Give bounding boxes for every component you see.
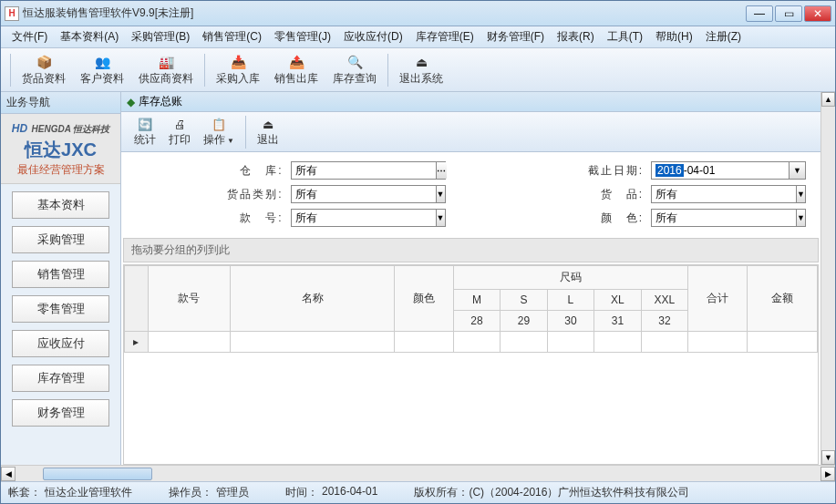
subtool-print[interactable]: 🖨打印 bbox=[163, 114, 196, 149]
scroll-up-icon[interactable]: ▲ bbox=[821, 92, 835, 107]
goods-input[interactable] bbox=[652, 186, 796, 202]
col-size-xl[interactable]: XL bbox=[594, 290, 642, 311]
col-size-xxl[interactable]: XXL bbox=[641, 290, 688, 311]
status-account-value: 恒达企业管理软件 bbox=[45, 485, 132, 500]
tab-title: 库存总账 bbox=[139, 94, 182, 109]
chevron-down-icon[interactable]: ▼ bbox=[796, 186, 805, 202]
menu-inventory[interactable]: 库存管理(E) bbox=[410, 27, 480, 46]
sidebar-item-purchase[interactable]: 采购管理 bbox=[12, 226, 109, 253]
scroll-right-icon[interactable]: ▶ bbox=[821, 467, 835, 481]
color-combo[interactable]: ▼ bbox=[651, 209, 806, 227]
scroll-left-icon[interactable]: ◀ bbox=[1, 467, 15, 481]
color-label: 颜 色: bbox=[497, 211, 645, 226]
chevron-down-icon[interactable]: ▼ bbox=[436, 186, 445, 202]
close-button[interactable]: ✕ bbox=[804, 5, 831, 22]
color-input[interactable] bbox=[652, 210, 796, 226]
col-size-31[interactable]: 31 bbox=[594, 311, 642, 332]
vertical-scrollbar[interactable]: ▲ ▼ bbox=[821, 92, 835, 465]
chevron-down-icon[interactable]: ▼ bbox=[436, 210, 445, 226]
sidebar-item-finance[interactable]: 财务管理 bbox=[12, 399, 109, 427]
minimize-button[interactable]: ― bbox=[746, 5, 773, 22]
chevron-down-icon[interactable]: ▼ bbox=[789, 162, 805, 179]
status-operator-value: 管理员 bbox=[216, 485, 249, 500]
cutoff-combo[interactable]: 2016-04-01▼ bbox=[651, 161, 806, 180]
menu-sales[interactable]: 销售管理(C) bbox=[197, 27, 267, 46]
menu-register[interactable]: 注册(Z) bbox=[700, 27, 747, 46]
col-size-s[interactable]: S bbox=[501, 290, 548, 311]
refresh-icon: 🔄 bbox=[137, 116, 153, 132]
status-time-value: 2016-04-01 bbox=[322, 485, 377, 500]
warehouse-label: 仓 库: bbox=[136, 163, 284, 179]
menu-file[interactable]: 文件(F) bbox=[6, 27, 53, 46]
status-time-label: 时间： bbox=[285, 485, 318, 500]
menu-finance[interactable]: 财务管理(F) bbox=[481, 27, 550, 46]
ellipsis-icon[interactable]: ⋯ bbox=[436, 162, 447, 179]
toolbar-purchase-in[interactable]: 📥采购入库 bbox=[209, 51, 267, 88]
col-size-32[interactable]: 32 bbox=[641, 311, 688, 332]
clipboard-icon: 📋 bbox=[211, 116, 227, 132]
col-size-m[interactable]: M bbox=[453, 290, 501, 311]
status-account-label: 帐套： bbox=[8, 485, 41, 500]
col-size-29[interactable]: 29 bbox=[501, 311, 548, 332]
category-combo[interactable]: ▼ bbox=[291, 185, 446, 203]
outbox-icon: 📤 bbox=[287, 53, 305, 71]
col-name[interactable]: 名称 bbox=[230, 266, 394, 332]
box-icon: 📦 bbox=[35, 53, 53, 71]
status-operator-label: 操作员： bbox=[169, 485, 212, 500]
menu-ar-ap[interactable]: 应收应付(D) bbox=[338, 27, 408, 46]
ledger-icon: ◆ bbox=[127, 96, 135, 108]
main-toolbar: 📦货品资料 👥客户资料 🏭供应商资料 📥采购入库 📤销售出库 🔍库存查询 ⏏退出… bbox=[1, 48, 835, 92]
factory-icon: 🏭 bbox=[157, 53, 175, 71]
menu-help[interactable]: 帮助(H) bbox=[650, 27, 698, 46]
warehouse-input[interactable] bbox=[292, 162, 436, 179]
toolbar-sales-out[interactable]: 📤销售出库 bbox=[267, 51, 325, 88]
col-size-l[interactable]: L bbox=[547, 290, 594, 311]
menu-tools[interactable]: 工具(T) bbox=[602, 27, 648, 46]
col-size-30[interactable]: 30 bbox=[547, 311, 594, 332]
menu-basic[interactable]: 基本资料(A) bbox=[55, 27, 124, 46]
goods-combo[interactable]: ▼ bbox=[651, 185, 806, 203]
col-color[interactable]: 颜色 bbox=[395, 266, 453, 332]
sidebar-item-arap[interactable]: 应收应付 bbox=[12, 330, 109, 357]
menu-purchase[interactable]: 采购管理(B) bbox=[126, 27, 195, 46]
col-style[interactable]: 款号 bbox=[148, 266, 230, 332]
scroll-down-icon[interactable]: ▼ bbox=[821, 450, 835, 465]
style-combo[interactable]: ▼ bbox=[291, 209, 446, 227]
scroll-thumb[interactable] bbox=[43, 468, 152, 480]
col-amount[interactable]: 金额 bbox=[747, 266, 817, 332]
menu-retail[interactable]: 零售管理(J) bbox=[269, 27, 336, 46]
window-title: 恒达服装销售管理软件V9.9[未注册] bbox=[23, 5, 746, 21]
menu-bar: 文件(F) 基本资料(A) 采购管理(B) 销售管理(C) 零售管理(J) 应收… bbox=[1, 26, 835, 48]
toolbar-stock-query[interactable]: 🔍库存查询 bbox=[325, 51, 384, 88]
data-grid[interactable]: 款号 名称 颜色 尺码 合计 金额 M S L XL XXL 28 29 bbox=[123, 264, 819, 465]
chevron-down-icon[interactable]: ▼ bbox=[796, 210, 805, 226]
subtool-exit[interactable]: ⏏退出 bbox=[252, 114, 284, 149]
warehouse-combo[interactable]: ⋯ bbox=[291, 161, 446, 180]
col-size-group[interactable]: 尺码 bbox=[453, 266, 688, 290]
sidebar-item-basic[interactable]: 基本资料 bbox=[12, 191, 109, 219]
toolbar-goods[interactable]: 📦货品资料 bbox=[15, 51, 73, 88]
toolbar-supplier[interactable]: 🏭供应商资料 bbox=[131, 51, 201, 88]
row-header-corner bbox=[125, 266, 149, 332]
group-drop-bar[interactable]: 拖动要分组的列到此 bbox=[123, 238, 819, 262]
style-input[interactable] bbox=[292, 210, 436, 226]
toolbar-exit[interactable]: ⏏退出系统 bbox=[392, 51, 450, 88]
sidebar-item-inventory[interactable]: 库存管理 bbox=[12, 365, 109, 392]
exit-icon: ⏏ bbox=[260, 116, 276, 132]
toolbar-customer[interactable]: 👥客户资料 bbox=[73, 51, 131, 88]
people-icon: 👥 bbox=[93, 53, 111, 71]
table-row[interactable]: ▸ bbox=[125, 332, 818, 353]
subtool-stat[interactable]: 🔄统计 bbox=[129, 114, 161, 149]
status-copyright: 版权所有：(C)（2004-2016）广州恒达软件科技有限公司 bbox=[414, 485, 689, 500]
category-input[interactable] bbox=[292, 186, 436, 202]
exit-icon: ⏏ bbox=[412, 53, 430, 71]
menu-report[interactable]: 报表(R) bbox=[552, 27, 600, 46]
printer-icon: 🖨 bbox=[171, 116, 188, 132]
col-size-28[interactable]: 28 bbox=[453, 311, 501, 332]
horizontal-scrollbar[interactable]: ◀ ▶ bbox=[1, 465, 835, 481]
sidebar-item-sales[interactable]: 销售管理 bbox=[12, 261, 109, 288]
subtool-operate[interactable]: 📋操作▼ bbox=[198, 114, 240, 149]
sidebar-item-retail[interactable]: 零售管理 bbox=[12, 295, 109, 323]
col-total[interactable]: 合计 bbox=[688, 266, 747, 332]
maximize-button[interactable]: ▭ bbox=[775, 5, 802, 22]
